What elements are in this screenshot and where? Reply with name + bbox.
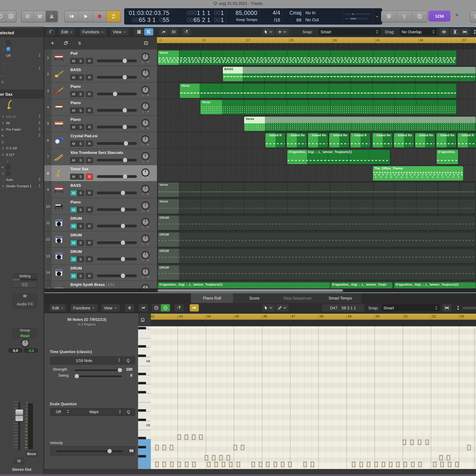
midi-note[interactable] bbox=[192, 435, 195, 440]
piano-roll-keyboard[interactable]: C6C5 bbox=[138, 326, 151, 469]
toolbar-overflow-chevrons[interactable]: » bbox=[455, 12, 459, 18]
edit-menu[interactable]: Edit bbox=[59, 28, 75, 35]
apple-loop-region[interactable]: ↕ Island R bbox=[265, 133, 286, 148]
midi-note[interactable] bbox=[155, 445, 158, 450]
midi-note[interactable] bbox=[455, 462, 459, 467]
volume-slider-thumb[interactable] bbox=[121, 257, 125, 261]
midi-out-button[interactable] bbox=[161, 304, 170, 311]
solo-button[interactable]: S bbox=[412, 11, 427, 22]
volume-slider-thumb[interactable] bbox=[121, 224, 125, 228]
pan-knob[interactable]: LR bbox=[140, 234, 151, 246]
solo-button[interactable]: S bbox=[77, 157, 84, 163]
pan-knob[interactable]: LR bbox=[140, 118, 151, 130]
piano-roll-note-grid[interactable] bbox=[151, 326, 476, 469]
master-mute-shield-button[interactable] bbox=[381, 11, 397, 22]
track-instrument-icon[interactable] bbox=[53, 152, 65, 162]
volume-slider-thumb[interactable] bbox=[113, 92, 117, 96]
track-header[interactable]: 13DRUMMSRLR bbox=[44, 248, 157, 264]
scale-root-stepper[interactable] bbox=[66, 409, 70, 415]
pr-edit-menu[interactable]: Edit bbox=[50, 304, 66, 311]
inspector-checkbox[interactable] bbox=[6, 171, 11, 176]
cycle-button[interactable] bbox=[107, 11, 120, 22]
command-click-tool-menu[interactable] bbox=[276, 28, 289, 35]
bounce-button[interactable]: Bnce bbox=[26, 451, 37, 457]
track-header[interactable]: 11DRUMMSRLR bbox=[44, 215, 157, 231]
midi-region[interactable]: D'agostino,_Gigi_-_L_'amour_Toujours(1) bbox=[287, 149, 391, 165]
volume-slider[interactable] bbox=[97, 159, 137, 161]
time-quantize-value[interactable]: 1/16 Note bbox=[51, 358, 118, 363]
record-enable-button[interactable]: R bbox=[86, 240, 93, 246]
volume-slider[interactable] bbox=[97, 76, 137, 79]
solo-button[interactable]: S bbox=[77, 91, 84, 97]
midi-note[interactable] bbox=[396, 462, 400, 467]
record-enable-button[interactable]: R bbox=[86, 75, 93, 81]
track-name[interactable]: Piano bbox=[70, 101, 81, 105]
midi-note[interactable] bbox=[448, 462, 451, 467]
midi-note[interactable] bbox=[170, 462, 173, 467]
pan-knob[interactable]: LR bbox=[140, 217, 151, 229]
scale-quantize-root[interactable]: Off bbox=[51, 410, 66, 414]
track-header[interactable]: 12DRUMMSRLR bbox=[44, 231, 157, 248]
midi-note[interactable] bbox=[425, 440, 428, 445]
pan-knob[interactable]: LR bbox=[140, 168, 151, 180]
track-header[interactable]: 9BASSMSRLR bbox=[44, 182, 157, 198]
mute-button[interactable]: M bbox=[70, 108, 77, 114]
pan-knob[interactable]: LR bbox=[140, 283, 151, 288]
arrange-horizontal-scrollbar[interactable] bbox=[44, 289, 476, 292]
track-header[interactable]: 1PadMSRLR bbox=[44, 50, 157, 66]
track-header[interactable]: 8Tenor SaxMSRLR bbox=[44, 165, 157, 182]
track-header[interactable]: 3PianoMSRLR bbox=[44, 83, 157, 99]
channel-pan-value[interactable]: -3,2 bbox=[24, 348, 38, 353]
volume-slider[interactable] bbox=[97, 274, 137, 277]
volume-slider-thumb[interactable] bbox=[121, 273, 125, 278]
drag-dropdown[interactable]: No Overlap bbox=[400, 28, 437, 35]
track-instrument-icon[interactable] bbox=[53, 234, 65, 245]
track-instrument-icon[interactable] bbox=[53, 69, 65, 79]
solo-button[interactable]: S bbox=[77, 223, 84, 229]
track-instrument-icon[interactable] bbox=[53, 251, 65, 261]
midi-note[interactable] bbox=[259, 462, 262, 467]
record-enable-button[interactable]: R bbox=[86, 207, 93, 213]
track-name[interactable]: Xtra Trombone Sect Staccato bbox=[70, 151, 123, 155]
record-enable-button[interactable]: R bbox=[86, 157, 93, 163]
piano-key-white[interactable]: C6 bbox=[138, 357, 151, 366]
inspector-row[interactable]: t:C-2 G8 bbox=[0, 145, 43, 151]
channel-eq-thumbnail[interactable]: EQ bbox=[13, 281, 37, 288]
midi-note[interactable] bbox=[389, 462, 392, 467]
midi-note[interactable] bbox=[252, 462, 255, 467]
lcd-time-section[interactable]: 01:03:02:03.75 0065 3 1 055 bbox=[124, 8, 171, 25]
vertical-zoom-button[interactable] bbox=[450, 28, 459, 35]
pointer-tool-menu[interactable] bbox=[262, 28, 275, 35]
volume-slider[interactable] bbox=[97, 225, 137, 227]
midi-region[interactable]: Verse bbox=[200, 100, 457, 115]
midi-region[interactable]: DRUM bbox=[157, 232, 476, 247]
midi-note[interactable] bbox=[410, 440, 413, 445]
inspector-row[interactable]: : bbox=[0, 46, 43, 52]
record-enable-button[interactable]: R bbox=[86, 256, 93, 262]
mute-button[interactable]: M bbox=[70, 124, 77, 130]
midi-note[interactable] bbox=[467, 445, 470, 450]
apple-loop-region[interactable]: ↕ Island Re bbox=[329, 133, 349, 148]
channel-group-slot[interactable]: Group bbox=[13, 328, 37, 332]
track-inspector-header[interactable]: or Sax bbox=[0, 90, 43, 98]
track-header[interactable]: 5PianoMSRLR bbox=[44, 116, 157, 132]
midi-note[interactable] bbox=[185, 435, 188, 440]
track-name[interactable]: Piano bbox=[70, 85, 81, 89]
arrange-area[interactable]: VerseBASSVerseVerseVerseD'agostino,_Gigi… bbox=[157, 50, 476, 289]
track-instrument-icon[interactable] bbox=[53, 168, 65, 178]
record-enable-button[interactable]: R bbox=[86, 58, 93, 64]
record-enable-button[interactable]: R bbox=[86, 174, 93, 180]
volume-slider-thumb[interactable] bbox=[123, 75, 127, 80]
channel-setting-button[interactable]: Setting bbox=[13, 273, 37, 278]
track-name[interactable]: DRUM bbox=[70, 233, 82, 237]
pr-pointer-tool[interactable] bbox=[262, 304, 275, 311]
volume-fader[interactable] bbox=[16, 409, 23, 421]
mute-button[interactable]: M bbox=[70, 91, 77, 97]
apple-loop-region[interactable]: ↕ Island Re bbox=[393, 133, 414, 148]
inspector-row[interactable]: : bbox=[0, 59, 43, 65]
inspector-row[interactable]: ⌄ bbox=[0, 158, 43, 164]
track-instrument-icon[interactable] bbox=[53, 119, 65, 129]
midi-region[interactable]: BASS bbox=[222, 67, 476, 82]
midi-region[interactable]: D'agostino,_Gigi_-_L_'amour_Toujours(1) bbox=[394, 282, 476, 288]
lcd-position-section[interactable]: 0001 1 1 001 0065 2 1 001 bbox=[171, 8, 226, 25]
